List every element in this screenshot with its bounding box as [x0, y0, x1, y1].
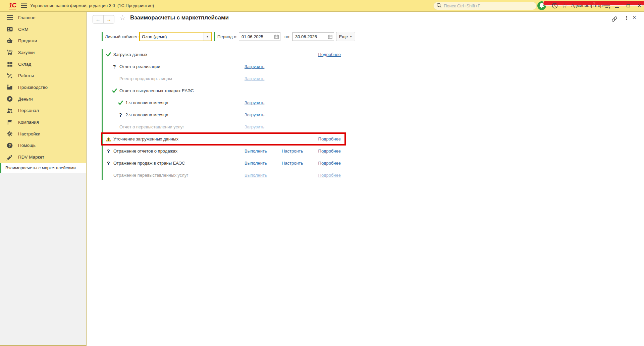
add-to-favorites-icon[interactable]: ☆ — [119, 14, 126, 22]
sidebar-item-настройки[interactable]: Настройки — [0, 128, 86, 140]
question-icon: ? — [105, 160, 111, 166]
help-icon: ? — [6, 142, 13, 149]
more-actions-kebab-icon[interactable]: ⋮ — [624, 15, 629, 21]
sidebar-item-деньги[interactable]: ₽ Деньги — [0, 93, 86, 105]
sidebar-item-работы[interactable]: Работы — [0, 70, 86, 81]
sidebar-item-закупки[interactable]: Закупки — [0, 47, 86, 58]
task-row: Отчет о перевыставлении услуг Загрузить — [103, 121, 341, 133]
task-label: 1-я половина месяца — [125, 100, 168, 105]
task-link-details[interactable]: Подробнее — [318, 161, 341, 166]
1c-logo[interactable]: 1С — [9, 2, 16, 9]
task-link-details[interactable]: Подробнее — [318, 149, 341, 154]
svg-text:?: ? — [8, 143, 11, 148]
sidebar-item-главное[interactable]: Главное — [0, 12, 86, 23]
check-icon — [105, 52, 111, 57]
sidebar-item-label: Главное — [18, 15, 36, 20]
company-flag-icon — [6, 119, 13, 126]
history-icon[interactable] — [551, 2, 558, 9]
task-link-details[interactable]: Подробнее — [318, 52, 341, 57]
task-link-action[interactable]: Загрузить — [245, 112, 264, 117]
task-link-action: Загрузить — [245, 124, 264, 129]
favorites-star-icon[interactable]: ☆ — [562, 2, 567, 10]
sidebar-item-производство[interactable]: Производство — [0, 81, 86, 93]
sidebar-item-label: Компания — [18, 120, 39, 125]
task-list: Загрузка данных Подробнее ? Отчет о реал… — [103, 48, 341, 181]
search-input[interactable] — [444, 3, 534, 8]
task-label: Уточнение загруженных данных — [113, 136, 178, 141]
sidebar-item-персонал[interactable]: Персонал — [0, 105, 86, 117]
task-link-config[interactable]: Настроить — [282, 149, 303, 154]
task-link-action[interactable]: Выполнить — [245, 161, 267, 166]
check-icon — [111, 89, 117, 93]
staff-people-icon — [6, 107, 13, 114]
task-label: Отчет о выкупленных товарах ЕАЭС — [119, 88, 194, 93]
caret-down-icon: ▼ — [350, 35, 352, 38]
task-link-action[interactable]: Выполнить — [245, 149, 267, 154]
task-link-details: Подробнее — [318, 173, 341, 178]
main-menu-icon[interactable] — [21, 3, 28, 8]
sidebar-item-продажи[interactable]: Продажи — [0, 35, 86, 47]
cabinet-dropdown-icon[interactable]: ▼ — [204, 33, 211, 41]
sidebar-item-label: Деньги — [18, 97, 33, 102]
warehouse-icon — [6, 61, 13, 67]
restore-button[interactable] — [624, 0, 633, 11]
task-link-action: Выполнить — [245, 173, 267, 178]
period-to-field[interactable]: 30.06.2025 — [292, 32, 334, 41]
task-link-action[interactable]: Загрузить — [245, 100, 264, 105]
cabinet-label: Личный кабинет: — [105, 34, 139, 39]
field-accent-bar — [102, 32, 103, 41]
warning-icon — [105, 136, 111, 141]
task-link-config[interactable]: Настроить — [282, 161, 303, 166]
minimize-button[interactable] — [612, 0, 621, 11]
sidebar-item-label: Производство — [18, 85, 48, 90]
production-factory-icon — [6, 84, 13, 91]
more-button[interactable]: Еще▼ — [336, 32, 355, 41]
forward-button[interactable]: → — [104, 15, 114, 23]
open-window-tab[interactable]: Взаиморасчеты с маркетплейсами — [0, 163, 86, 173]
sidebar-item-label: Работы — [18, 73, 34, 78]
calendar-icon[interactable] — [273, 33, 280, 41]
sidebar-item-crm[interactable]: CRM — [0, 23, 86, 35]
task-row: Уточнение загруженных данных Подробнее — [103, 133, 341, 145]
service-menu-icon[interactable] — [603, 3, 611, 9]
task-row: ? Отчет о реализации Загрузить — [103, 60, 341, 72]
task-link-details[interactable]: Подробнее — [318, 136, 341, 141]
sidebar-item-помощь[interactable]: ? Помощь — [0, 140, 86, 152]
get-link-icon[interactable] — [611, 15, 618, 23]
sidebar-item-label: Закупки — [18, 50, 35, 55]
period-from-label: Период с: — [217, 34, 237, 39]
sidebar-item-label: CRM — [18, 27, 29, 32]
field-accent-bar — [214, 32, 215, 41]
task-label: Отчет о перевыставлении услуг — [119, 124, 184, 129]
task-link-action[interactable]: Загрузить — [245, 64, 264, 69]
period-from-field[interactable]: 01.06.2025 — [239, 32, 280, 41]
sidebar-item-компания[interactable]: Компания — [0, 116, 86, 128]
page-title: Взаиморасчеты с маркетплейсами — [130, 14, 229, 21]
close-window-button[interactable]: × — [635, 0, 644, 11]
money-ruble-icon: ₽ — [6, 96, 13, 102]
calendar-icon[interactable] — [326, 33, 334, 41]
navigation-buttons: ← → — [93, 15, 114, 23]
back-button[interactable]: ← — [93, 15, 104, 23]
task-row: Загрузка данных Подробнее — [103, 48, 341, 60]
purchases-cart-icon — [6, 49, 13, 56]
sections-nav: Главное CRM Продажи Закупки Склад Работы… — [0, 12, 86, 163]
rocket-icon — [6, 154, 13, 161]
search-icon — [436, 3, 442, 9]
task-label: Реестр продаж юр. лицам — [119, 76, 172, 81]
marketplace-settlements-window: ← → ☆ Взаиморасчеты с маркетплейсами ⋮ ×… — [87, 12, 644, 346]
sidebar-item-label: Продажи — [18, 38, 37, 43]
global-search-box[interactable] — [433, 2, 537, 10]
window-titlebar: 1С Управление нашей фирмой, редакция 3.0… — [0, 0, 644, 12]
period-to-label: по: — [284, 34, 290, 39]
close-page-icon[interactable]: × — [633, 14, 636, 21]
task-row: 1-я половина месяца Загрузить — [103, 97, 341, 109]
task-label: Отражение продаж в страны ЕАЭС — [113, 161, 185, 166]
user-name[interactable]: Администратор — [571, 3, 603, 8]
cabinet-select[interactable]: Ozon (демо) ▼ — [139, 32, 212, 41]
sidebar-item-rdv-маркет[interactable]: RDV Маркет — [0, 151, 86, 163]
sidebar-item-label: Склад — [18, 62, 31, 67]
works-tools-icon — [6, 72, 13, 79]
sidebar-item-label: RDV Маркет — [18, 155, 44, 160]
sidebar-item-склад[interactable]: Склад — [0, 58, 86, 70]
